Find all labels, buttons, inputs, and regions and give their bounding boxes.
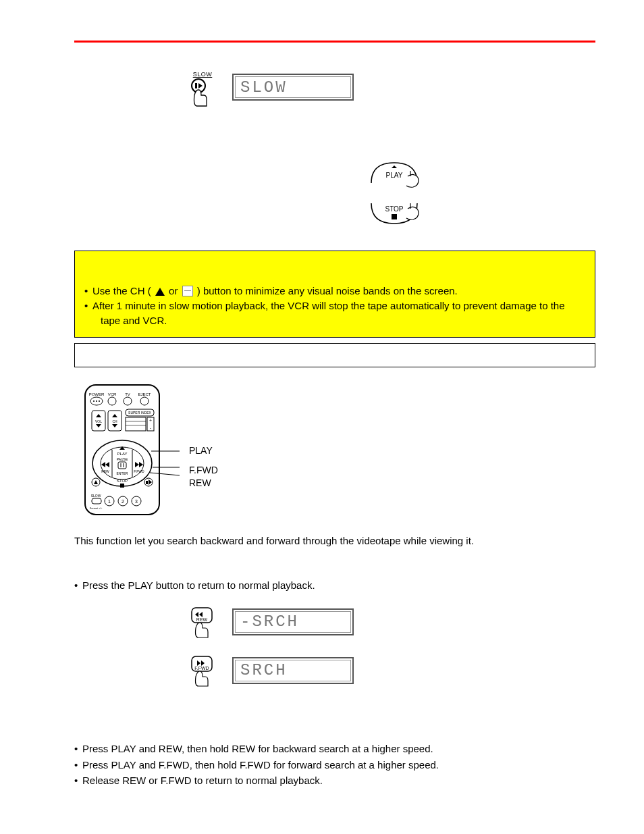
svg-text:Format +/-: Format +/- <box>90 506 103 510</box>
bullet-dot: • <box>84 298 92 313</box>
svg-text:EJECT: EJECT <box>138 392 151 396</box>
svg-text:PLAY: PLAY <box>117 452 128 456</box>
svg-rect-45 <box>118 462 126 469</box>
svg-text:POWER: POWER <box>89 392 105 396</box>
svg-point-11 <box>108 397 116 405</box>
svg-text:PAUSE: PAUSE <box>117 457 128 461</box>
figure-play-stop-column: PLAY STOP <box>200 159 595 230</box>
remote-figure-row: POWER VCR TV EJECT VOL CH SUPER INDEX <box>78 382 595 517</box>
remote-label-rew: REW <box>189 477 218 490</box>
svg-point-15 <box>96 400 97 402</box>
svg-text:TV: TV <box>125 392 130 396</box>
play-btn-label: PLAY <box>386 172 403 179</box>
svg-rect-1 <box>195 83 197 88</box>
bullet-1: Press PLAY and REW, then hold REW for ba… <box>82 741 433 756</box>
svg-point-16 <box>99 400 100 402</box>
intro-text: This function let you search backward an… <box>74 533 595 548</box>
channel-down-icon <box>182 286 193 296</box>
bullet-dot: • <box>74 758 82 773</box>
note-box: • Use the CH ( or ) button to minimize a… <box>74 251 595 338</box>
lcd-search-back: -SRCH <box>232 608 354 635</box>
slow-caption: SLOW <box>189 71 216 78</box>
svg-rect-54 <box>146 481 148 484</box>
svg-text:CH: CH <box>112 419 117 423</box>
svg-rect-50 <box>120 484 124 488</box>
section-header-bar <box>74 343 595 367</box>
bullet-dot: • <box>74 773 82 788</box>
slow-press-illustration: SLOW <box>189 70 216 105</box>
svg-text:REW: REW <box>101 469 109 473</box>
svg-point-12 <box>124 397 132 405</box>
svg-text:3: 3 <box>135 499 138 504</box>
note-line-2a: After 1 minute in slow motion playback, … <box>92 298 585 313</box>
press-play-text: Press the PLAY button to return to norma… <box>82 578 315 593</box>
svg-text:VOL: VOL <box>95 419 102 423</box>
lcd-slow-text: SLOW <box>240 78 288 97</box>
bullet-dot: • <box>74 741 82 756</box>
remote-illustration: POWER VCR TV EJECT VOL CH SUPER INDEX <box>78 382 180 517</box>
svg-text:VCR: VCR <box>108 392 117 396</box>
bullet-3: Release REW or F.FWD to return to normal… <box>82 773 323 788</box>
svg-text:SLOW: SLOW <box>91 494 101 498</box>
lcd-slow: SLOW <box>232 74 354 101</box>
rew-press-illustration: REW <box>189 605 219 639</box>
remote-label-ffwd: F.FWD <box>189 464 218 477</box>
bullet-dot: • <box>84 284 92 298</box>
lcd-srch-fwd-text: SRCH <box>240 661 288 679</box>
figure-slow-row: SLOW SLOW <box>189 70 595 105</box>
stop-btn-label: STOP <box>385 205 403 213</box>
svg-text:F.FWD: F.FWD <box>134 469 144 473</box>
play-button-illustration: PLAY <box>367 159 428 191</box>
svg-text:F.FWD: F.FWD <box>194 666 209 671</box>
remote-label-play: PLAY <box>189 444 218 457</box>
lcd-srch-back-text: -SRCH <box>240 613 299 631</box>
svg-rect-27 <box>126 417 146 431</box>
svg-text:REW: REW <box>196 617 208 622</box>
remote-label-column: PLAY F.FWD REW <box>189 444 218 490</box>
figure-search-displays: REW -SRCH F.FWD SRCH <box>189 605 595 687</box>
note-line-2b: tape and VCR. <box>92 313 585 328</box>
svg-text:1: 1 <box>108 499 111 504</box>
svg-text:STOP: STOP <box>117 479 128 483</box>
svg-rect-4 <box>392 214 397 219</box>
bullet-2: Press PLAY and F.FWD, then hold F.FWD fo… <box>82 758 439 773</box>
lcd-search-fwd: SRCH <box>232 657 354 684</box>
top-red-rule <box>74 41 595 43</box>
svg-text:+: + <box>149 418 152 423</box>
ffwd-press-illustration: F.FWD <box>189 654 219 687</box>
svg-rect-57 <box>92 498 101 504</box>
svg-text:2: 2 <box>122 499 124 504</box>
triangle-up-icon <box>155 288 165 296</box>
note-line-1: Use the CH ( or ) button to minimize any… <box>92 284 585 298</box>
bullet-dot: • <box>74 578 82 593</box>
svg-point-13 <box>140 397 149 405</box>
svg-text:SUPER INDEX: SUPER INDEX <box>128 411 152 415</box>
svg-point-14 <box>93 400 95 402</box>
stop-button-illustration: STOP <box>367 198 428 230</box>
svg-text:ENTER: ENTER <box>117 471 128 475</box>
